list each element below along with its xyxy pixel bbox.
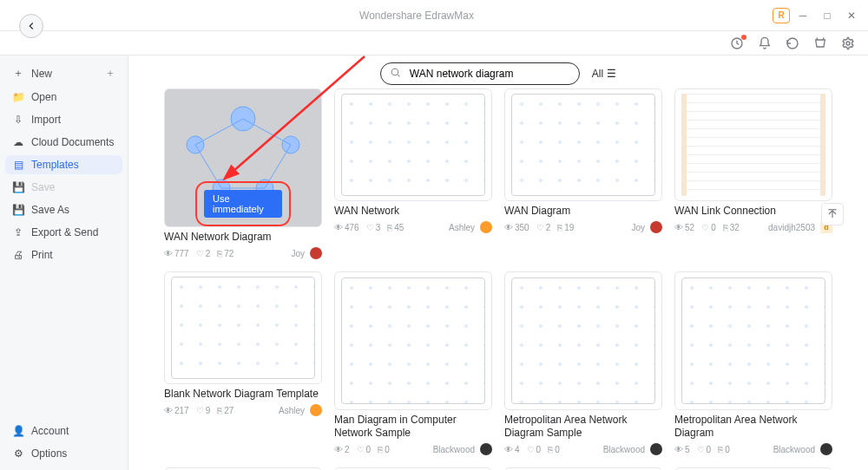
settings-icon[interactable] [840, 36, 856, 51]
author-name: Ashley [279, 406, 305, 415]
template-meta: 👁 217 ♡ 9 ⎘ 27 Ashley [164, 404, 322, 416]
sidebar-label: Print [31, 249, 53, 261]
template-title: WAN Network Diagram [164, 231, 322, 244]
svg-point-2 [846, 42, 850, 45]
author-name: Blackwood [433, 445, 475, 454]
template-card[interactable]: Use immediately WAN Network Diagram 👁 77… [164, 88, 322, 259]
template-thumb[interactable] [674, 271, 832, 410]
views-count: 👁 5 [674, 445, 690, 454]
views-count: 👁 350 [504, 223, 529, 232]
updates-icon[interactable] [729, 36, 745, 51]
likes-count: ♡ 9 [196, 406, 211, 415]
sidebar-label: Templates [31, 159, 79, 171]
search-icon [390, 67, 401, 81]
sidebar-item-saveas[interactable]: 💾 Save As [5, 200, 122, 219]
template-title: Man Diagram in Computer Network Sample [334, 414, 492, 440]
copies-count: ⎘ 0 [718, 445, 730, 454]
export-icon: ⇪ [12, 226, 24, 238]
template-meta: 👁 4 ♡ 0 ⎘ 0 Blackwood [504, 443, 662, 455]
template-card[interactable]: Metropolitan Area Network Diagram Sample… [504, 271, 662, 455]
template-card[interactable]: WAN Network 👁 476 ♡ 3 ⎘ 45 Ashley [334, 88, 492, 259]
template-thumb[interactable] [334, 88, 492, 201]
views-count: 👁 217 [164, 406, 189, 415]
template-title: WAN Link Connection [674, 205, 832, 218]
svg-line-11 [195, 145, 221, 188]
sidebar-item-print[interactable]: 🖨 Print [5, 245, 122, 264]
svg-line-10 [243, 119, 291, 145]
template-meta: 👁 52 ♡ 0 ⎘ 32 davidjh2503d [674, 221, 832, 233]
network-diagram-placeholder [341, 94, 485, 196]
template-thumb[interactable] [164, 271, 322, 384]
template-grid: Use immediately WAN Network Diagram 👁 77… [128, 87, 868, 470]
sidebar-label: Export & Send [31, 226, 98, 238]
likes-count: ♡ 3 [366, 223, 381, 232]
back-button[interactable] [19, 14, 43, 38]
copies-count: ⎘ 19 [557, 223, 574, 232]
template-card[interactable]: Metropolitan Area Network Diagram 👁 5 ♡ … [674, 271, 832, 455]
author-avatar-icon [310, 404, 322, 416]
author-name: Blackwood [773, 445, 815, 454]
sidebar-item-cloud[interactable]: ☁ Cloud Documents [5, 133, 122, 152]
bell-icon[interactable] [757, 36, 773, 51]
sidebar-item-account[interactable]: 👤 Account [5, 421, 122, 441]
search-box[interactable] [380, 62, 580, 85]
template-card[interactable]: WAN Diagram 👁 350 ♡ 2 ⎘ 19 Joy [504, 88, 662, 259]
sidebar-item-export[interactable]: ⇪ Export & Send [5, 223, 122, 242]
hamburger-icon: ☰ [607, 68, 616, 80]
svg-line-12 [265, 145, 291, 188]
views-count: 👁 52 [674, 223, 694, 232]
window-maximize-button[interactable]: □ [819, 8, 835, 23]
template-card[interactable]: Blank Network Diagram Template 👁 217 ♡ 9… [164, 271, 322, 455]
network-diagram-placeholder [511, 277, 655, 403]
sidebar-item-save: 💾 Save [5, 178, 122, 197]
window-minimize-button[interactable]: ─ [795, 8, 811, 23]
template-title: WAN Network [334, 205, 492, 218]
template-meta: 👁 777 ♡ 2 ⎘ 72 Joy [164, 247, 322, 259]
template-thumb[interactable] [504, 88, 662, 201]
likes-count: ♡ 2 [196, 249, 211, 258]
window-titlebar: Wondershare EdrawMax R ─ □ ✕ [0, 0, 868, 31]
history-icon[interactable] [785, 36, 800, 51]
cart-icon[interactable] [812, 36, 828, 51]
new-plus-icon[interactable]: ＋ [105, 66, 115, 81]
use-immediately-button[interactable]: Use immediately [204, 190, 282, 218]
sidebar-item-open[interactable]: 📁 Open [5, 88, 122, 107]
account-icon: 👤 [12, 425, 24, 437]
sidebar-label: Save As [31, 204, 69, 216]
sidebar-label: Account [31, 425, 69, 437]
sidebar-item-options[interactable]: ⚙ Options [5, 444, 122, 463]
gear-icon: ⚙ [12, 447, 24, 460]
import-icon: ⇩ [12, 114, 24, 126]
copies-count: ⎘ 72 [217, 249, 233, 258]
copies-count: ⎘ 27 [217, 406, 233, 415]
templates-icon: ▤ [12, 159, 24, 171]
window-title: Wondershare EdrawMax [359, 10, 474, 22]
network-diagram-placeholder [511, 94, 655, 196]
views-count: 👁 4 [504, 445, 520, 454]
sidebar-item-templates[interactable]: ▤ Templates [5, 155, 122, 174]
window-close-button[interactable]: ✕ [844, 8, 859, 23]
author-avatar-icon [820, 443, 832, 455]
likes-count: ♡ 2 [536, 223, 551, 232]
template-thumb[interactable] [334, 271, 492, 410]
likes-count: ♡ 0 [697, 445, 712, 454]
template-thumb[interactable]: Use immediately [164, 88, 322, 227]
template-card[interactable]: Man Diagram in Computer Network Sample 👁… [334, 271, 492, 455]
views-count: 👁 476 [334, 223, 359, 232]
author-name: Joy [631, 223, 645, 232]
sidebar-item-import[interactable]: ⇩ Import [5, 110, 122, 129]
filter-all-button[interactable]: All ☰ [592, 68, 616, 80]
template-card[interactable]: WAN Link Connection 👁 52 ♡ 0 ⎘ 32 davidj… [674, 88, 832, 259]
search-input[interactable] [408, 67, 570, 81]
sidebar-item-new[interactable]: ＋ New ＋ [5, 62, 122, 84]
author-name: Ashley [449, 223, 475, 232]
author-avatar-icon [310, 247, 322, 259]
folder-icon: 📁 [12, 91, 24, 103]
author-name: davidjh2503 [768, 223, 815, 232]
template-thumb[interactable] [504, 271, 662, 410]
likes-count: ♡ 0 [701, 223, 716, 232]
user-avatar[interactable]: R [773, 8, 790, 23]
template-thumb[interactable] [674, 88, 832, 201]
scroll-to-top-button[interactable] [821, 203, 844, 225]
author-avatar-icon [480, 221, 492, 233]
